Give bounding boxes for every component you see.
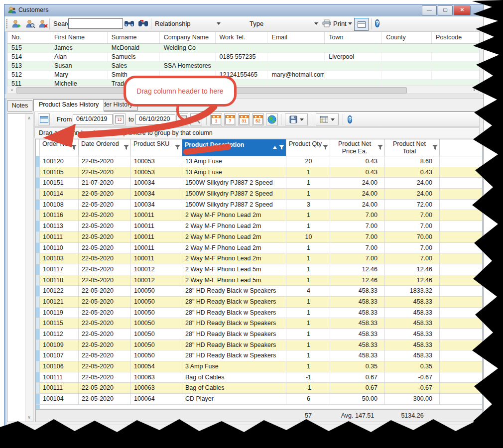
row-indicator[interactable] bbox=[36, 156, 40, 167]
layout-toggle-button[interactable] bbox=[354, 18, 369, 31]
row-indicator[interactable] bbox=[36, 275, 40, 286]
splitter[interactable] bbox=[4, 94, 484, 99]
sales-row[interactable]: 10011622-05-20201000112 Way M-F Phono Le… bbox=[36, 210, 482, 221]
sales-row[interactable]: 10012222-05-202010005028" HD Ready Black… bbox=[36, 286, 482, 297]
customer-col-header[interactable]: No. bbox=[7, 32, 50, 43]
table-layout-dropdown-button[interactable] bbox=[316, 113, 339, 125]
customer-row[interactable]: 515JamesMcDonaldWelding Co bbox=[7, 44, 480, 53]
tab-notes[interactable]: Notes bbox=[7, 100, 32, 112]
row-indicator[interactable] bbox=[36, 167, 40, 178]
type-dropdown[interactable] bbox=[273, 19, 311, 28]
customer-row[interactable]: 513SusanSalesSSA Homestores bbox=[7, 62, 480, 71]
sales-row[interactable]: 10011122-05-2020100063Bag of Cables-10.6… bbox=[36, 383, 482, 394]
row-indicator[interactable] bbox=[36, 232, 40, 242]
from-calendar-button[interactable]: 12 bbox=[114, 113, 126, 125]
close-button[interactable]: ✕ bbox=[454, 5, 471, 15]
row-indicator[interactable] bbox=[36, 340, 40, 350]
customer-row[interactable]: 514AlanSamuels0185 557235Liverpool bbox=[7, 53, 480, 62]
scroll-up-icon[interactable]: ∧ bbox=[25, 114, 33, 122]
maximize-button[interactable]: ▢ bbox=[438, 5, 453, 15]
sales-row[interactable]: 10011422-05-20201000341500W Silkydry PJ8… bbox=[36, 189, 482, 200]
range-1-button[interactable]: 1 bbox=[210, 113, 222, 125]
row-indicator[interactable] bbox=[36, 264, 40, 275]
row-indicator[interactable] bbox=[36, 189, 40, 199]
scroll-left-icon[interactable]: ‹ bbox=[8, 86, 16, 93]
window-panel-icon[interactable] bbox=[38, 113, 50, 125]
print-icon[interactable] bbox=[322, 19, 332, 29]
row-indicator[interactable] bbox=[36, 318, 40, 329]
sales-row[interactable]: 10010822-05-20201000341500W Silkydry PJ8… bbox=[36, 200, 482, 211]
customer-col-header[interactable]: Postcode bbox=[432, 32, 480, 43]
sales-row[interactable]: 10010922-05-202010005028" HD Ready Black… bbox=[36, 340, 482, 351]
sales-row[interactable]: 10011122-05-20201000112 Way M-F Phono Le… bbox=[36, 232, 482, 243]
globe-button[interactable] bbox=[266, 113, 278, 125]
title-bar[interactable]: Customers — ▢ ✕ bbox=[4, 4, 484, 17]
toolbar-grip[interactable] bbox=[6, 19, 7, 28]
to-date-field[interactable]: 06/10/2020 bbox=[135, 114, 175, 124]
tab-product-sales-history[interactable]: Product Sales History bbox=[33, 99, 104, 112]
row-indicator[interactable] bbox=[36, 297, 40, 307]
to-calendar-button[interactable]: 12 bbox=[176, 113, 188, 125]
sales-row[interactable]: 10015121-07-20201000341500W Silkydry PJ8… bbox=[36, 178, 482, 189]
row-indicator[interactable] bbox=[36, 394, 40, 404]
row-indicator[interactable] bbox=[36, 210, 40, 221]
save-dropdown-button[interactable] bbox=[285, 113, 308, 125]
customer-col-header[interactable]: First Name bbox=[50, 32, 108, 43]
notes-scrollbar[interactable]: ∧ ∨ bbox=[25, 114, 33, 422]
help-icon[interactable]: ? bbox=[348, 115, 352, 124]
customer-hscrollbar[interactable]: ‹ › bbox=[7, 86, 479, 94]
sales-row[interactable]: 10012122-05-202010005028" HD Ready Black… bbox=[36, 297, 482, 308]
range-31-button[interactable]: 31 bbox=[238, 113, 250, 125]
sales-row[interactable]: 10011922-05-202010005028" HD Ready Black… bbox=[36, 308, 482, 319]
sales-row[interactable]: 10012022-05-202010005313 Amp Fuse200.438… bbox=[36, 156, 482, 167]
chevron-down-icon[interactable] bbox=[217, 22, 221, 25]
sales-col-header[interactable]: Date Ordered bbox=[79, 139, 131, 156]
sales-row[interactable]: 10011522-05-202010005028" HD Ready Black… bbox=[36, 318, 482, 329]
customer-col-header[interactable]: Surname bbox=[108, 32, 160, 43]
sales-row[interactable]: 10011322-05-20201000112 Way M-F Phono Le… bbox=[36, 221, 482, 232]
sales-col-header[interactable]: Product Qty bbox=[286, 139, 330, 156]
row-indicator[interactable] bbox=[36, 200, 40, 210]
row-indicator[interactable] bbox=[36, 350, 40, 361]
row-indicator[interactable] bbox=[36, 178, 40, 188]
row-indicator[interactable] bbox=[36, 372, 40, 383]
row-indicator[interactable] bbox=[36, 308, 40, 318]
scroll-right-icon[interactable]: › bbox=[470, 86, 478, 93]
notes-panel-body[interactable]: ∧ ∨ bbox=[7, 113, 33, 422]
find-icon[interactable] bbox=[123, 18, 135, 30]
sales-col-header[interactable]: Product Net Total bbox=[385, 139, 440, 156]
sales-row[interactable]: 10011122-05-2020100063Bag of Cables-10.6… bbox=[36, 372, 482, 383]
group-by-bar[interactable]: Drag a column header and drop it here to… bbox=[34, 127, 480, 138]
find-customer-button[interactable] bbox=[24, 18, 36, 30]
sales-row[interactable]: 10010522-05-202010005313 Amp Fuse10.430.… bbox=[36, 167, 482, 178]
scroll-down-icon[interactable]: ∨ bbox=[25, 414, 33, 421]
chevron-down-icon[interactable] bbox=[314, 22, 318, 25]
range-7-button[interactable]: 7 bbox=[224, 113, 236, 125]
add-customer-button[interactable] bbox=[10, 18, 22, 30]
customer-col-header[interactable]: Company Name bbox=[160, 32, 216, 43]
sales-row[interactable]: 10011222-05-202010005028" HD Ready Black… bbox=[36, 329, 482, 340]
sales-row[interactable]: 10010622-05-20201000543 Amp Fuse10.350.3… bbox=[36, 361, 482, 372]
print-label[interactable]: Print bbox=[333, 20, 347, 27]
sales-row[interactable]: 10011722-05-20201000122 Way M-F Phono Le… bbox=[36, 264, 482, 275]
customer-col-header[interactable]: Work Tel. bbox=[216, 32, 268, 43]
row-indicator[interactable] bbox=[36, 253, 40, 264]
sales-row[interactable]: 10010322-05-20201000112 Way M-F Phono Le… bbox=[36, 253, 482, 264]
customer-col-header[interactable]: County bbox=[382, 32, 432, 43]
sales-col-header[interactable]: Product Net Price Ea. bbox=[330, 139, 385, 156]
find-next-icon[interactable] bbox=[137, 18, 149, 30]
minimize-button[interactable]: — bbox=[422, 5, 437, 15]
search-range-button[interactable] bbox=[190, 113, 202, 125]
row-indicator[interactable] bbox=[36, 221, 40, 231]
sales-col-header[interactable]: Product Description bbox=[182, 139, 286, 156]
search-input[interactable] bbox=[68, 18, 123, 29]
customer-col-header[interactable]: Town bbox=[325, 32, 382, 43]
sales-row[interactable]: 10011822-05-20201000122 Way M-F Phono Le… bbox=[36, 275, 482, 286]
sales-col-header[interactable]: Product SKU bbox=[131, 139, 182, 156]
customer-col-header[interactable]: Email bbox=[267, 32, 325, 43]
chevron-down-icon[interactable] bbox=[348, 22, 352, 25]
delete-customer-button[interactable] bbox=[37, 18, 49, 30]
sales-row[interactable]: 10010422-05-2020100064CD Player650.00300… bbox=[36, 394, 482, 405]
from-date-field[interactable]: 06/10/2019 bbox=[73, 114, 113, 124]
sales-col-header[interactable]: Order No bbox=[40, 139, 79, 156]
